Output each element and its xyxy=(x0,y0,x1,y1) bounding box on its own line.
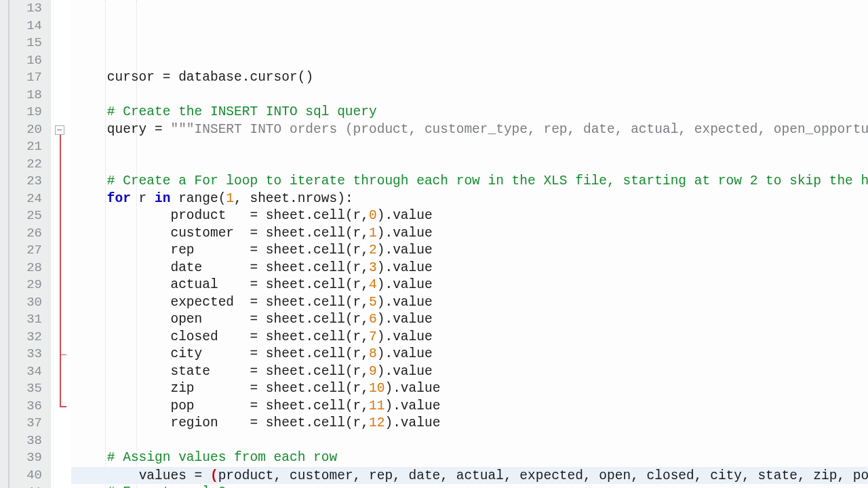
line-number[interactable]: 13 xyxy=(9,0,50,18)
line-number[interactable]: 38 xyxy=(9,432,50,450)
line-number[interactable]: 39 xyxy=(9,449,50,467)
code-line[interactable] xyxy=(71,432,868,450)
code-line[interactable]: values = (product, customer, rep, date, … xyxy=(71,467,868,485)
code-line[interactable]: state = sheet.cell(r,9).value xyxy=(71,363,868,381)
code-line[interactable]: region = sheet.cell(r,12).value xyxy=(71,415,868,432)
line-number[interactable]: 28 xyxy=(9,260,50,277)
code-line[interactable]: rep = sheet.cell(r,2).value xyxy=(71,242,868,260)
code-line[interactable]: open = sheet.cell(r,6).value xyxy=(71,311,868,329)
fold-guide-end xyxy=(60,354,66,356)
line-number[interactable]: 15 xyxy=(9,35,50,52)
fold-toggle-icon[interactable]: − xyxy=(55,125,64,135)
line-number[interactable]: 16 xyxy=(9,52,50,70)
line-number[interactable]: 35 xyxy=(9,380,50,398)
code-line[interactable]: pop = sheet.cell(r,11).value xyxy=(71,398,868,415)
line-number[interactable]: 30 xyxy=(9,294,50,312)
line-number[interactable]: 36 xyxy=(9,398,50,415)
code-line[interactable] xyxy=(71,156,868,174)
code-editor[interactable]: 1314151617181920212223242526272829303132… xyxy=(0,0,868,488)
code-line[interactable]: actual = sheet.cell(r,4).value xyxy=(71,277,868,294)
code-line[interactable]: date = sheet.cell(r,3).value xyxy=(71,260,868,277)
line-number[interactable]: 19 xyxy=(9,104,50,121)
code-line[interactable]: for r in range(1, sheet.nrows): xyxy=(71,190,868,208)
fold-guide-end xyxy=(60,406,66,407)
line-number[interactable]: 32 xyxy=(9,329,50,346)
code-area[interactable]: cursor = database.cursor() # Create the … xyxy=(71,0,868,488)
code-line[interactable]: cursor = database.cursor() xyxy=(71,69,868,87)
line-number[interactable]: 41 xyxy=(9,484,50,488)
code-line[interactable]: # Create a For loop to iterate through e… xyxy=(71,173,868,190)
line-number[interactable]: 20 xyxy=(9,121,50,139)
line-number[interactable]: 23 xyxy=(9,173,50,190)
code-line[interactable]: closed = sheet.cell(r,7).value xyxy=(71,329,868,346)
line-number[interactable]: 31 xyxy=(9,311,50,329)
fold-column[interactable]: − xyxy=(50,0,71,488)
code-line[interactable]: query = """INSERT INTO orders (product, … xyxy=(71,121,868,139)
line-number[interactable]: 33 xyxy=(9,346,50,363)
line-number[interactable]: 18 xyxy=(9,87,50,104)
code-line[interactable]: # Assign values from each row xyxy=(71,449,868,467)
code-line[interactable]: zip = sheet.cell(r,10).value xyxy=(71,380,868,398)
line-number[interactable]: 17 xyxy=(9,69,50,87)
code-line[interactable]: # Execute sql Query xyxy=(71,484,868,488)
line-number[interactable]: 26 xyxy=(9,225,50,243)
line-number[interactable]: 27 xyxy=(9,242,50,260)
code-line[interactable]: city = sheet.cell(r,8).value xyxy=(71,346,868,363)
fold-guide xyxy=(60,135,61,407)
code-line[interactable]: customer = sheet.cell(r,1).value xyxy=(71,225,868,243)
line-number[interactable]: 40 xyxy=(9,467,50,485)
line-number[interactable]: 34 xyxy=(9,363,50,381)
code-line[interactable] xyxy=(71,138,868,156)
line-number[interactable]: 25 xyxy=(9,207,50,225)
code-line[interactable]: expected = sheet.cell(r,5).value xyxy=(71,294,868,312)
line-number-gutter[interactable]: 1314151617181920212223242526272829303132… xyxy=(9,0,50,488)
line-number[interactable]: 24 xyxy=(9,190,50,208)
line-number[interactable]: 29 xyxy=(9,277,50,294)
line-number[interactable]: 21 xyxy=(9,138,50,156)
code-line[interactable]: # Create the INSERT INTO sql query xyxy=(71,104,868,121)
code-line[interactable] xyxy=(71,87,868,104)
bookmark-margin[interactable] xyxy=(0,0,9,488)
line-number[interactable]: 22 xyxy=(9,156,50,174)
code-line[interactable]: product = sheet.cell(r,0).value xyxy=(71,207,868,225)
line-number[interactable]: 14 xyxy=(9,18,50,35)
line-number[interactable]: 37 xyxy=(9,415,50,432)
